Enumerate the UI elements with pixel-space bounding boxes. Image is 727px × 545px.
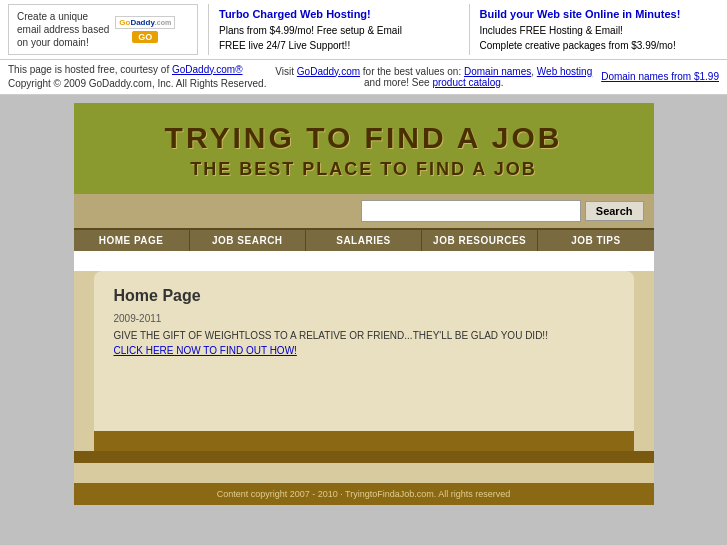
ad-right-line2: Complete creative packages from $3.99/mo… (480, 38, 710, 53)
ad-middle-line2: FREE live 24/7 Live Support!! (219, 38, 449, 53)
year-range: 2009-2011 (114, 313, 614, 324)
content-inner: Home Page 2009-2011 GIVE THE GIFT OF WEI… (94, 271, 634, 431)
search-input[interactable] (361, 200, 581, 222)
info-bar-middle: Visit GoDaddy.com for the best values on… (266, 66, 601, 88)
ad-middle-box: Turbo Charged Web Hosting! Plans from $4… (208, 4, 459, 55)
site-title-sub: THE BEST PLACE TO FIND A JOB (84, 159, 644, 180)
info-bar-right[interactable]: Domain names from $1.99 (601, 71, 719, 82)
ad-right-title[interactable]: Build your Web site Online in Minutes! (480, 6, 710, 23)
site-container: TRYING TO FIND A JOB THE BEST PLACE TO F… (74, 103, 654, 505)
godaddy-link[interactable]: GoDaddy.com® (172, 64, 243, 75)
nav-item-job-resources[interactable]: JOB RESOURCES (422, 230, 538, 251)
top-ad-banner: Create a unique email address based on y… (0, 0, 727, 60)
content-area: Home Page 2009-2011 GIVE THE GIFT OF WEI… (74, 271, 654, 483)
ad-left-text: Create a unique email address based on y… (17, 10, 109, 49)
content-bottom-outer (74, 451, 654, 463)
search-button[interactable]: Search (585, 201, 644, 221)
ad-middle-line1: Plans from $4.99/mo! Free setup & Email (219, 23, 449, 38)
search-bar: Search (74, 194, 654, 228)
info-hosted-text: This page is hosted free, courtesy of Go… (8, 63, 266, 77)
nav-item-job-search[interactable]: JOB SEARCH (190, 230, 306, 251)
info-bar: This page is hosted free, courtesy of Go… (0, 60, 727, 95)
godaddy-link-2[interactable]: GoDaddy.com (297, 66, 360, 77)
content-bottom-bar (94, 431, 634, 451)
nav-item-salaries[interactable]: SALARIES (306, 230, 422, 251)
nav-item-job-tips[interactable]: JOB TIPS (538, 230, 653, 251)
godaddy-logo-text: GoDaddy.com (115, 16, 175, 29)
web-hosting-link[interactable]: Web hosting (537, 66, 592, 77)
body-link[interactable]: CLICK HERE NOW TO FIND OUT HOW! (114, 345, 614, 356)
product-catalog-link[interactable]: product catalog (432, 77, 500, 88)
domain-names-link[interactable]: Domain names (464, 66, 531, 77)
ad-middle-title[interactable]: Turbo Charged Web Hosting! (219, 6, 449, 23)
footer-text: Content copyright 2007 - 2010 · Tryingto… (217, 489, 511, 499)
body-text: GIVE THE GIFT OF WEIGHTLOSS TO A RELATIV… (114, 330, 614, 341)
ad-right-box: Build your Web site Online in Minutes! I… (469, 4, 720, 55)
nav-bar: HOME PAGE JOB SEARCH SALARIES JOB RESOUR… (74, 228, 654, 251)
domain-names-price-link[interactable]: Domain names from $1.99 (601, 71, 719, 82)
ad-right-line1: Includes FREE Hosting & Email! (480, 23, 710, 38)
site-title-main: TRYING TO FIND A JOB (84, 121, 644, 155)
godaddy-logo: GoDaddy.com GO (115, 16, 175, 43)
info-bar-left: This page is hosted free, courtesy of Go… (8, 63, 266, 91)
ad-left-box: Create a unique email address based on y… (8, 4, 198, 55)
main-wrapper: TRYING TO FIND A JOB THE BEST PLACE TO F… (0, 95, 727, 513)
site-header: TRYING TO FIND A JOB THE BEST PLACE TO F… (74, 103, 654, 194)
site-footer: Content copyright 2007 - 2010 · Tryingto… (74, 483, 654, 505)
nav-item-home[interactable]: HOME PAGE (74, 230, 190, 251)
go-button[interactable]: GO (132, 31, 158, 43)
info-copyright-text: Copyright © 2009 GoDaddy.com, Inc. All R… (8, 77, 266, 91)
page-title: Home Page (114, 287, 614, 305)
